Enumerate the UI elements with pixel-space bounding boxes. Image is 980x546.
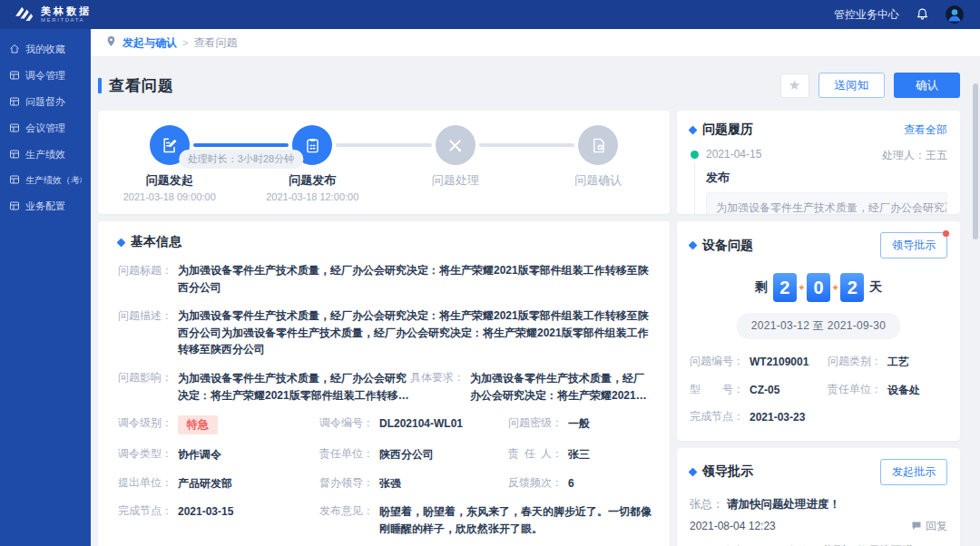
field-problem-title: 问题标题： 为加强设备零件生产技术质量，经厂办公会研究决定：将生产荣耀2021版…	[118, 262, 652, 296]
urgent-badge: 特急	[178, 415, 218, 434]
app-window-icon	[9, 200, 20, 213]
countdown-join: ✦	[798, 282, 806, 294]
problem-history-card: 问题履历 查看全部 2021-04-15 处理人：王五 发布 为加强设备零件生产…	[677, 111, 960, 214]
sidebar-item-meeting-mgmt[interactable]: 会议管理	[0, 115, 91, 141]
view-all-link[interactable]: 查看全部	[904, 122, 947, 138]
section-diamond-icon	[689, 125, 698, 134]
sidebar-item-order-mgmt[interactable]: 调令管理	[0, 63, 91, 89]
field-finish-node: 完成节点： 2021-03-15	[118, 503, 319, 537]
breadcrumb: 发起与确认 > 查看问题	[91, 29, 980, 56]
reply-item: 李主任 回复 张总： 收到！将尽快跟进。 2021-08-04 12:56 回复	[722, 543, 947, 546]
notification-bell-icon[interactable]	[916, 6, 929, 23]
star-icon: ★	[789, 77, 800, 93]
user-avatar[interactable]	[946, 5, 964, 24]
page-title: 查看问题	[109, 75, 174, 96]
scrollbar-thumb[interactable]	[973, 83, 978, 239]
countdown-digit: 0	[807, 273, 830, 302]
step-issue-processing: 问题处理	[384, 125, 527, 203]
field-propose-unit: 提出单位： 产品研发部	[118, 475, 319, 492]
app-logo: 美林数据 MERITDATA	[15, 5, 92, 24]
start-comment-button[interactable]: 发起批示	[880, 459, 947, 485]
app-window-icon	[9, 70, 20, 83]
app-window-icon	[9, 122, 20, 135]
app-window-icon	[9, 96, 20, 109]
field-impact: 问题影响： 为加强设备零件生产技术质量，经厂办公会研究决定：将生产荣耀2021版…	[118, 370, 410, 404]
history-date: 2021-04-15	[706, 148, 761, 163]
step-issue-confirmed: 问题确认	[527, 125, 671, 203]
comment-time: 2021-08-04 12:23	[690, 520, 776, 532]
top-navbar: 美林数据 MERITDATA 管控业务中心	[0, 0, 980, 29]
logo-text-cn: 美林数据	[41, 6, 92, 17]
sidebar-item-business-config[interactable]: 业务配置	[0, 193, 91, 219]
scrollbar-track[interactable]	[973, 56, 978, 544]
countdown: 剩 2 ✦ 0 ✦ 2 天	[690, 273, 947, 302]
basic-info-card: 基本信息 问题标题： 为加强设备零件生产技术质量，经厂办公会研究决定：将生产荣耀…	[98, 221, 670, 546]
comment-item: 张总： 请加快问题处理进度！ 2021-08-04 12:23 回复	[690, 496, 947, 534]
app-window-icon	[9, 174, 20, 187]
comment-bubble-icon	[911, 521, 922, 531]
logo-text-en: MERITDATA	[41, 17, 92, 23]
breadcrumb-separator: >	[182, 37, 188, 48]
breadcrumb-current: 查看问题	[193, 35, 237, 51]
field-problem-desc: 问题描述： 为加强设备零件生产技术质量，经厂办公会研究决定：将生产荣耀2021版…	[118, 307, 652, 358]
field-device-problem-type: 问题类别： 工艺	[828, 354, 947, 371]
timeline-dot	[691, 151, 699, 159]
history-action: 发布	[706, 170, 947, 186]
field-requirement: 具体要求： 为加强设备零件生产技术质量，经厂办公会研究决定：将生产荣耀2021版…	[410, 370, 652, 404]
sidebar-nav: 我的收藏 调令管理 问题督办 会议管理 生产绩效 生产绩效（考核对象） 业务	[0, 29, 91, 546]
device-problem-card: 设备问题 领导批示 剩 2 ✦ 0 ✦ 2 天 2	[677, 221, 960, 441]
section-diamond-icon	[689, 241, 698, 250]
field-resp-person: 责任人： 张三	[508, 446, 652, 463]
sidebar-item-issue-supervision[interactable]: 问题督办	[0, 89, 91, 115]
location-pin-icon	[105, 35, 117, 50]
confirm-button[interactable]: 确认	[894, 73, 960, 98]
breadcrumb-root[interactable]: 发起与确认	[122, 35, 177, 51]
timeline-line	[694, 162, 695, 214]
page-body: 查看问题 ★ 送阅知 确认 处理时长：3小时28分钟	[91, 56, 980, 546]
field-order-type: 调令类型： 协作调令	[118, 446, 319, 463]
sidebar-item-production-perf[interactable]: 生产绩效	[0, 141, 91, 168]
field-device-problem-no: 问题编号： WT2109001	[690, 354, 828, 371]
section-diamond-icon	[689, 467, 698, 476]
title-accent-bar	[98, 78, 102, 93]
app-window-icon	[9, 149, 20, 161]
main-content: 发起与确认 > 查看问题 查看问题 ★ 送阅知 确认	[91, 29, 980, 546]
field-resp-unit: 责任单位： 陕西分公司	[319, 446, 508, 463]
countdown-date-range: 2021-03-12 至 2021-09-30	[737, 313, 900, 339]
countdown-digit: 2	[773, 273, 797, 302]
leader-comment-button[interactable]: 领导批示	[880, 232, 947, 258]
leader-comments-card: 领导批示 发起批示 张总： 请加快问题处理进度！ 2021-08-04 12:2…	[677, 448, 960, 546]
sidebar-item-my-favorites[interactable]: 我的收藏	[0, 36, 91, 63]
countdown-digit: 2	[840, 273, 864, 302]
tools-icon	[436, 125, 475, 165]
duration-tag: 处理时长：3小时28分钟	[179, 150, 303, 169]
field-order-level: 调令级别： 特急	[118, 415, 319, 434]
send-notice-button[interactable]: 送阅知	[818, 73, 886, 98]
device-title: 设备问题	[702, 238, 753, 254]
favorite-star-button[interactable]: ★	[780, 73, 809, 98]
portal-link[interactable]: 管控业务中心	[834, 7, 899, 23]
field-supervisor: 督办领导： 张强	[319, 475, 508, 492]
field-publish-opinion: 发布意见： 盼望着，盼望着，东风来了，春天的脚步近了。一切都像刚睡醒的样子，欣欣…	[319, 503, 652, 537]
reply-thread: 李主任 回复 张总： 收到！将尽快跟进。 2021-08-04 12:56 回复	[713, 543, 947, 546]
field-device-resp-unit: 责任单位： 设备处	[828, 382, 947, 399]
countdown-join: ✦	[831, 282, 839, 294]
meritdata-logo-icon	[15, 5, 34, 24]
field-feedback-freq: 反馈频次： 6	[508, 475, 652, 492]
reply-button[interactable]: 回复	[911, 519, 947, 534]
field-device-finish-node: 完成节点： 2021-03-23	[690, 409, 828, 426]
section-diamond-icon	[117, 238, 126, 247]
leader-title: 领导批示	[702, 463, 753, 480]
file-check-icon	[578, 125, 618, 165]
history-title: 问题履历	[702, 122, 753, 138]
history-quote: 为加强设备零件生产技术质量，经厂办公会研究决定：	[706, 192, 947, 214]
comment-text: 请加快问题处理进度！	[727, 498, 840, 511]
history-entry: 2021-04-15 处理人：王五 发布 为加强设备零件生产技术质量，经厂办公会…	[690, 148, 947, 214]
home-icon	[9, 44, 20, 56]
field-device-model: 型号： CZ-05	[690, 382, 828, 399]
basic-info-title: 基本信息	[131, 234, 181, 250]
comment-author: 张总：	[690, 498, 724, 511]
process-steps-card: 处理时长：3小时28分钟 问题发起 2021-03-18 09:00:00	[98, 111, 670, 214]
history-handler: 处理人：王五	[882, 148, 947, 163]
sidebar-item-production-perf-assess[interactable]: 生产绩效（考核对象）	[0, 168, 91, 193]
